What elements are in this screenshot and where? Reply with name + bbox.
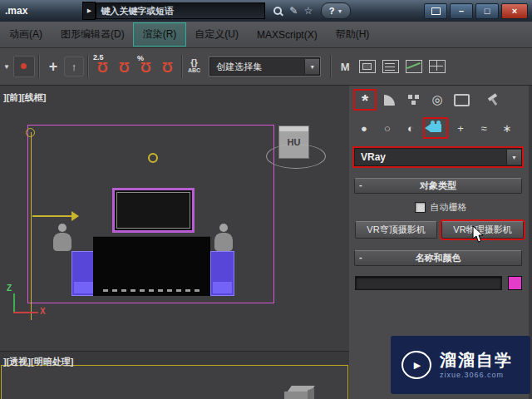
align-icon[interactable] bbox=[359, 60, 376, 73]
snap-magnet-icon: Ω bbox=[162, 60, 173, 73]
subtab-geometry[interactable]: ● bbox=[355, 119, 373, 137]
menu-maxscript[interactable]: MAXScript(X) bbox=[248, 25, 327, 45]
axis-z-label: Z bbox=[7, 283, 12, 293]
cube-side-face bbox=[308, 388, 314, 399]
lights-icon: ◐ bbox=[407, 122, 414, 135]
axis-x-label: X bbox=[40, 307, 46, 316]
display-tab-icon bbox=[454, 94, 470, 106]
menu-customize[interactable]: 自定义(U) bbox=[185, 23, 248, 46]
speaker-glow bbox=[213, 282, 232, 293]
speaker-left bbox=[71, 251, 96, 296]
play-icon: ▶ bbox=[401, 351, 431, 379]
collapse-icon: - bbox=[359, 180, 362, 190]
modify-tab-icon bbox=[384, 95, 395, 106]
toolbar-separator bbox=[181, 55, 182, 78]
mouse-cursor bbox=[472, 226, 484, 247]
minimize-button[interactable]: – bbox=[450, 3, 473, 19]
yellow-ring-center bbox=[148, 153, 158, 163]
viewport-front-label[interactable]: ][前][线框] bbox=[3, 91, 46, 104]
yellow-guide-line bbox=[31, 132, 32, 320]
subtab-shapes[interactable]: ○ bbox=[378, 119, 397, 137]
angle-snap-button[interactable]: Ω bbox=[114, 53, 134, 80]
vr-dome-camera-button[interactable]: VR穹顶摄影机 bbox=[355, 221, 437, 239]
create-tab-icon: * bbox=[362, 91, 368, 109]
snap-magnet-icon: Ω bbox=[97, 60, 108, 73]
schematic-view-icon[interactable] bbox=[429, 60, 446, 73]
helpers-icon: + bbox=[457, 122, 464, 135]
rollout-title: 对象类型 bbox=[420, 180, 456, 192]
subtab-cameras[interactable] bbox=[425, 119, 446, 137]
snap-magnet-icon: Ω bbox=[119, 60, 130, 73]
object-name-input[interactable] bbox=[355, 276, 502, 290]
edit-named-selections-button[interactable]: {} ABC bbox=[188, 59, 200, 74]
window-controls: – □ × bbox=[424, 3, 528, 19]
help-button[interactable]: ? ▼ bbox=[321, 2, 351, 19]
move-icon[interactable]: + bbox=[43, 53, 63, 80]
toolbar-overflow-button[interactable]: ▼ bbox=[1, 53, 12, 80]
subtab-helpers[interactable]: + bbox=[451, 119, 470, 137]
layers-icon[interactable] bbox=[382, 60, 399, 73]
close-button[interactable]: × bbox=[501, 3, 528, 19]
infocenter-tools: ✎ ☆ bbox=[273, 6, 313, 17]
chevron-down-icon: ▼ bbox=[337, 8, 343, 14]
viewport-perspective[interactable]: ][透视][明暗处理] bbox=[0, 351, 349, 399]
workspace-button[interactable] bbox=[424, 3, 447, 19]
speaker-right bbox=[210, 251, 234, 296]
select-place-icon[interactable] bbox=[13, 56, 35, 77]
watermark-title: 溜溜自学 bbox=[440, 351, 513, 369]
titlebar: .max ▶ ✎ ☆ ? ▼ – □ × bbox=[0, 0, 532, 22]
chevron-down-icon[interactable]: ▼ bbox=[304, 59, 319, 74]
tab-display[interactable] bbox=[451, 91, 471, 109]
snap-toggle-button[interactable]: 2.5 Ω bbox=[92, 53, 112, 80]
viewport-persp-label[interactable]: ][透视][明暗处理] bbox=[3, 356, 73, 368]
watermark-subtitle: zixue.3066.com bbox=[440, 371, 513, 379]
tab-modify[interactable] bbox=[379, 91, 399, 109]
menu-help[interactable]: 帮助(H) bbox=[327, 23, 379, 46]
subtab-lights[interactable]: ◐ bbox=[401, 119, 420, 137]
yellow-arrow-shaft bbox=[32, 215, 72, 217]
spinner-snap-button[interactable]: Ω bbox=[157, 53, 177, 80]
create-subcategories: ● ○ ◐ + ≈ ∗ bbox=[349, 117, 532, 139]
search-input[interactable] bbox=[96, 2, 265, 19]
category-dropdown[interactable]: VRay ▼ bbox=[354, 148, 522, 166]
menu-graph-editors[interactable]: 图形编辑器(D) bbox=[52, 23, 134, 46]
hu-box: HU bbox=[278, 126, 309, 159]
active-viewport-frame bbox=[1, 365, 348, 399]
subtab-systems[interactable]: ∗ bbox=[498, 119, 516, 137]
select-manipulate-icon[interactable]: ↑ bbox=[64, 57, 84, 76]
spacewarps-icon: ≈ bbox=[480, 122, 486, 135]
tab-create[interactable]: * bbox=[355, 91, 375, 109]
maximize-button[interactable]: □ bbox=[475, 3, 499, 19]
tab-hierarchy[interactable] bbox=[403, 91, 423, 109]
rollout-name-color[interactable]: - 名称和颜色 bbox=[354, 250, 522, 266]
menu-animation[interactable]: 动画(A) bbox=[0, 23, 52, 46]
menu-rendering[interactable]: 渲染(R) bbox=[134, 23, 186, 46]
infocenter-search: ▶ bbox=[82, 2, 265, 20]
tv-screen bbox=[112, 188, 195, 233]
tab-motion[interactable]: ◎ bbox=[427, 91, 447, 109]
color-swatch[interactable] bbox=[508, 276, 522, 290]
search-icon[interactable] bbox=[273, 6, 283, 17]
window-title: .max bbox=[5, 5, 27, 17]
speaker-glow bbox=[74, 282, 93, 293]
rollout-object-type[interactable]: - 对象类型 bbox=[354, 178, 522, 194]
pen-icon[interactable]: ✎ bbox=[289, 6, 298, 16]
yellow-arrow-head bbox=[71, 211, 79, 221]
name-color-row bbox=[355, 276, 522, 290]
statue-head bbox=[219, 224, 228, 232]
named-selection-set-combo[interactable]: 创建选择集 ▼ bbox=[209, 57, 320, 76]
curve-editor-icon[interactable] bbox=[406, 60, 422, 73]
mirror-icon[interactable]: M bbox=[335, 53, 355, 80]
tv-screen-inner bbox=[116, 192, 190, 229]
chevron-down-icon[interactable]: ▼ bbox=[506, 150, 521, 165]
star-icon[interactable]: ☆ bbox=[303, 6, 313, 16]
autogrid-checkbox[interactable] bbox=[415, 202, 426, 213]
axis-z-line bbox=[13, 293, 15, 313]
abc-label: ABC bbox=[188, 66, 200, 74]
search-history-button[interactable]: ▶ bbox=[82, 2, 96, 20]
percent-snap-button[interactable]: % Ω bbox=[135, 53, 155, 80]
subtab-spacewarps[interactable]: ≈ bbox=[475, 119, 493, 137]
tab-utilities[interactable] bbox=[475, 91, 495, 109]
main-toolbar: ▼ + ↑ 2.5 Ω Ω % Ω Ω {} ABC 创建选择集 ▼ M bbox=[0, 48, 532, 86]
viewport-front[interactable]: ][前][线框] HU Z X bbox=[0, 85, 350, 352]
